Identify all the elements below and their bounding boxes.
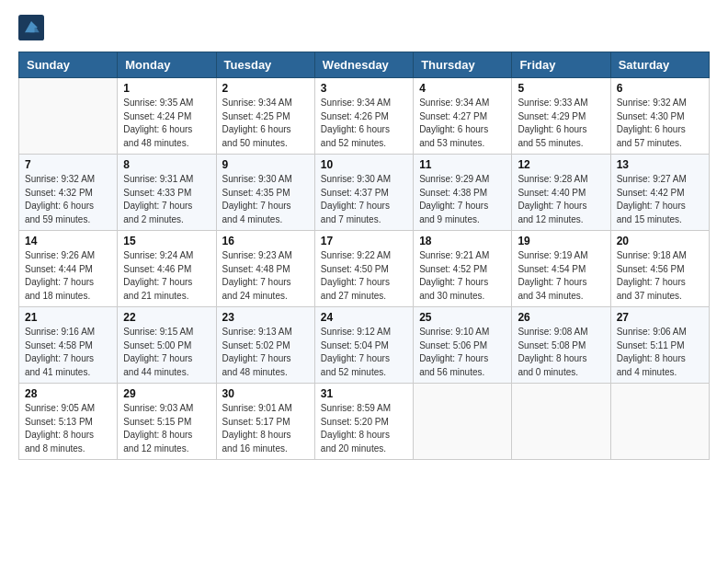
- day-number: 3: [321, 82, 407, 95]
- day-number: 6: [617, 82, 703, 95]
- weekday-friday: Friday: [512, 52, 610, 78]
- calendar-cell: 31Sunrise: 8:59 AMSunset: 5:20 PMDayligh…: [314, 384, 413, 460]
- day-number: 8: [123, 158, 210, 171]
- day-info: Sunrise: 9:03 AMSunset: 5:15 PMDaylight:…: [123, 402, 210, 455]
- day-info: Sunrise: 9:22 AMSunset: 4:50 PMDaylight:…: [321, 249, 407, 303]
- calendar-cell: 10Sunrise: 9:30 AMSunset: 4:37 PMDayligh…: [314, 155, 413, 231]
- day-info: Sunrise: 9:15 AMSunset: 5:00 PMDaylight:…: [123, 326, 210, 379]
- day-info: Sunrise: 9:19 AMSunset: 4:54 PMDaylight:…: [518, 249, 604, 303]
- day-info: Sunrise: 9:29 AMSunset: 4:38 PMDaylight:…: [419, 173, 506, 226]
- calendar-table: SundayMondayTuesdayWednesdayThursdayFrid…: [18, 52, 710, 460]
- weekday-monday: Monday: [118, 52, 216, 78]
- day-number: 18: [419, 235, 506, 247]
- day-info: Sunrise: 9:05 AMSunset: 5:13 PMDaylight:…: [25, 402, 111, 455]
- day-number: 21: [25, 311, 111, 324]
- day-info: Sunrise: 9:16 AMSunset: 4:58 PMDaylight:…: [25, 326, 111, 379]
- day-number: 29: [123, 387, 210, 400]
- calendar-cell: 24Sunrise: 9:12 AMSunset: 5:04 PMDayligh…: [314, 307, 413, 384]
- day-number: 5: [518, 82, 604, 95]
- calendar-cell: 21Sunrise: 9:16 AMSunset: 4:58 PMDayligh…: [19, 307, 118, 384]
- calendar-cell: 12Sunrise: 9:28 AMSunset: 4:40 PMDayligh…: [512, 155, 610, 231]
- day-info: Sunrise: 9:12 AMSunset: 5:04 PMDaylight:…: [321, 326, 407, 379]
- day-number: 12: [518, 158, 604, 171]
- day-info: Sunrise: 8:59 AMSunset: 5:20 PMDaylight:…: [321, 402, 407, 455]
- day-number: 1: [123, 82, 210, 95]
- calendar-cell: 22Sunrise: 9:15 AMSunset: 5:00 PMDayligh…: [118, 307, 216, 384]
- day-info: Sunrise: 9:30 AMSunset: 4:37 PMDaylight:…: [321, 173, 407, 226]
- day-number: 10: [321, 158, 407, 171]
- day-info: Sunrise: 9:32 AMSunset: 4:30 PMDaylight:…: [617, 97, 703, 150]
- day-info: Sunrise: 9:28 AMSunset: 4:40 PMDaylight:…: [518, 173, 604, 226]
- day-number: 26: [518, 311, 604, 324]
- calendar-cell: [414, 384, 512, 460]
- day-info: Sunrise: 9:08 AMSunset: 5:08 PMDaylight:…: [518, 326, 604, 379]
- calendar-cell: 26Sunrise: 9:08 AMSunset: 5:08 PMDayligh…: [512, 307, 610, 384]
- day-info: Sunrise: 9:06 AMSunset: 5:11 PMDaylight:…: [617, 326, 703, 379]
- calendar-cell: 11Sunrise: 9:29 AMSunset: 4:38 PMDayligh…: [414, 155, 512, 231]
- weekday-wednesday: Wednesday: [314, 52, 413, 78]
- day-number: 4: [419, 82, 506, 95]
- day-info: Sunrise: 9:33 AMSunset: 4:29 PMDaylight:…: [518, 97, 604, 150]
- calendar-cell: 18Sunrise: 9:21 AMSunset: 4:52 PMDayligh…: [414, 231, 512, 307]
- weekday-tuesday: Tuesday: [216, 52, 314, 78]
- calendar-cell: [19, 78, 118, 155]
- day-number: 22: [123, 311, 210, 324]
- calendar-cell: 5Sunrise: 9:33 AMSunset: 4:29 PMDaylight…: [512, 78, 610, 155]
- day-info: Sunrise: 9:23 AMSunset: 4:48 PMDaylight:…: [222, 249, 309, 303]
- calendar-cell: 3Sunrise: 9:34 AMSunset: 4:26 PMDaylight…: [314, 78, 413, 155]
- day-info: Sunrise: 9:10 AMSunset: 5:06 PMDaylight:…: [419, 326, 506, 379]
- calendar-cell: 7Sunrise: 9:32 AMSunset: 4:32 PMDaylight…: [19, 155, 118, 231]
- calendar-cell: 4Sunrise: 9:34 AMSunset: 4:27 PMDaylight…: [414, 78, 512, 155]
- day-number: 20: [617, 235, 703, 247]
- weekday-saturday: Saturday: [610, 52, 709, 78]
- calendar-week-4: 28Sunrise: 9:05 AMSunset: 5:13 PMDayligh…: [19, 384, 710, 460]
- weekday-header-row: SundayMondayTuesdayWednesdayThursdayFrid…: [19, 52, 710, 78]
- day-info: Sunrise: 9:26 AMSunset: 4:44 PMDaylight:…: [25, 249, 111, 303]
- day-number: 11: [419, 158, 506, 171]
- day-info: Sunrise: 9:35 AMSunset: 4:24 PMDaylight:…: [123, 97, 210, 150]
- logo: [18, 15, 48, 40]
- day-number: 19: [518, 235, 604, 247]
- day-number: 16: [222, 235, 309, 247]
- day-number: 25: [419, 311, 506, 324]
- calendar-page: SundayMondayTuesdayWednesdayThursdayFrid…: [0, 0, 728, 563]
- day-number: 28: [25, 387, 111, 400]
- calendar-cell: 1Sunrise: 9:35 AMSunset: 4:24 PMDaylight…: [118, 78, 216, 155]
- calendar-cell: 20Sunrise: 9:18 AMSunset: 4:56 PMDayligh…: [610, 231, 709, 307]
- logo-icon: [18, 15, 44, 40]
- weekday-thursday: Thursday: [414, 52, 512, 78]
- day-info: Sunrise: 9:24 AMSunset: 4:46 PMDaylight:…: [123, 249, 210, 303]
- header: [18, 15, 710, 40]
- calendar-cell: 30Sunrise: 9:01 AMSunset: 5:17 PMDayligh…: [216, 384, 314, 460]
- calendar-cell: 6Sunrise: 9:32 AMSunset: 4:30 PMDaylight…: [610, 78, 709, 155]
- calendar-cell: 16Sunrise: 9:23 AMSunset: 4:48 PMDayligh…: [216, 231, 314, 307]
- day-number: 31: [321, 387, 407, 400]
- day-number: 27: [617, 311, 703, 324]
- calendar-cell: 17Sunrise: 9:22 AMSunset: 4:50 PMDayligh…: [314, 231, 413, 307]
- day-info: Sunrise: 9:34 AMSunset: 4:26 PMDaylight:…: [321, 97, 407, 150]
- day-info: Sunrise: 9:31 AMSunset: 4:33 PMDaylight:…: [123, 173, 210, 226]
- calendar-cell: 27Sunrise: 9:06 AMSunset: 5:11 PMDayligh…: [610, 307, 709, 384]
- day-number: 9: [222, 158, 309, 171]
- day-info: Sunrise: 9:32 AMSunset: 4:32 PMDaylight:…: [25, 173, 111, 226]
- calendar-cell: 9Sunrise: 9:30 AMSunset: 4:35 PMDaylight…: [216, 155, 314, 231]
- calendar-cell: 25Sunrise: 9:10 AMSunset: 5:06 PMDayligh…: [414, 307, 512, 384]
- day-number: 2: [222, 82, 309, 95]
- calendar-cell: 29Sunrise: 9:03 AMSunset: 5:15 PMDayligh…: [118, 384, 216, 460]
- day-info: Sunrise: 9:30 AMSunset: 4:35 PMDaylight:…: [222, 173, 309, 226]
- calendar-cell: 19Sunrise: 9:19 AMSunset: 4:54 PMDayligh…: [512, 231, 610, 307]
- day-number: 13: [617, 158, 703, 171]
- day-info: Sunrise: 9:21 AMSunset: 4:52 PMDaylight:…: [419, 249, 506, 303]
- day-info: Sunrise: 9:34 AMSunset: 4:27 PMDaylight:…: [419, 97, 506, 150]
- calendar-cell: 23Sunrise: 9:13 AMSunset: 5:02 PMDayligh…: [216, 307, 314, 384]
- calendar-body: 1Sunrise: 9:35 AMSunset: 4:24 PMDaylight…: [19, 78, 710, 460]
- calendar-cell: [512, 384, 610, 460]
- calendar-cell: 28Sunrise: 9:05 AMSunset: 5:13 PMDayligh…: [19, 384, 118, 460]
- day-info: Sunrise: 9:27 AMSunset: 4:42 PMDaylight:…: [617, 173, 703, 226]
- day-number: 24: [321, 311, 407, 324]
- day-info: Sunrise: 9:34 AMSunset: 4:25 PMDaylight:…: [222, 97, 309, 150]
- day-number: 15: [123, 235, 210, 247]
- day-number: 17: [321, 235, 407, 247]
- weekday-sunday: Sunday: [19, 52, 118, 78]
- calendar-cell: 2Sunrise: 9:34 AMSunset: 4:25 PMDaylight…: [216, 78, 314, 155]
